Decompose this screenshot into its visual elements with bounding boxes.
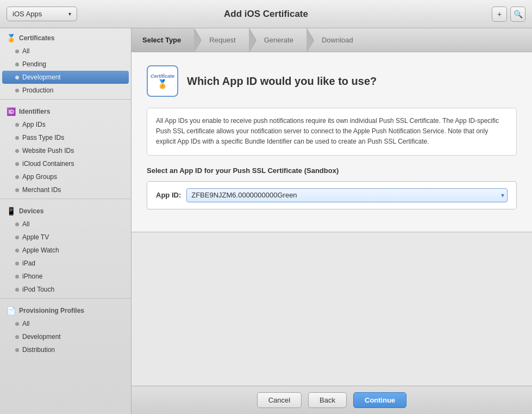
sidebar-item-pass-type-ids[interactable]: Pass Type IDs: [0, 131, 131, 144]
identifiers-icon: 🆔: [7, 107, 16, 116]
dot-icon: [15, 175, 19, 179]
dot-icon: [15, 89, 19, 92]
page-title: Add iOS Certificate: [224, 9, 308, 20]
sidebar-item-development-profiles[interactable]: Development: [0, 330, 131, 343]
sidebar-item-development[interactable]: Development: [2, 71, 129, 84]
sidebar-item-distribution-profiles[interactable]: Distribution: [0, 343, 131, 356]
sidebar-item-label: iPod Touch: [22, 286, 54, 293]
plus-icon: +: [497, 10, 502, 18]
sidebar-item-label: iCloud Containers: [22, 160, 74, 168]
sidebar-section-provisioning-label: Provisioning Profiles: [19, 307, 84, 314]
sidebar-item-label: Apple Watch: [22, 246, 59, 254]
sidebar-item-label: Production: [22, 86, 53, 94]
cert-icon-text: Certificate: [151, 73, 174, 79]
provisioning-icon: 📄: [7, 306, 16, 315]
step-arrow: [306, 28, 313, 52]
bottom-bar: Cancel Back Continue: [132, 386, 532, 414]
sidebar-item-all-profiles[interactable]: All: [0, 317, 131, 330]
cert-icon-badge: 🏅: [157, 79, 168, 89]
dot-icon: [15, 322, 19, 326]
sidebar-item-label: All: [22, 47, 29, 55]
sidebar-item-all-certificates[interactable]: All: [0, 45, 131, 58]
add-button[interactable]: +: [492, 7, 507, 22]
dot-icon: [15, 348, 19, 352]
title-bar: iOS Apps ▾ Add iOS Certificate + 🔍: [0, 0, 532, 28]
chevron-down-icon: ▾: [68, 11, 71, 17]
sidebar: 🏅 Certificates All Pending Development P…: [0, 28, 132, 414]
dot-icon: [15, 50, 19, 53]
app-id-select[interactable]: ZFBE9NJZM6.0000000000Green: [186, 188, 508, 202]
sidebar-item-label: Development: [22, 73, 61, 81]
wizard-step-label: Generate: [264, 36, 293, 44]
sidebar-section-certificates-label: Certificates: [19, 34, 54, 42]
sidebar-item-label: iPad: [22, 259, 35, 267]
sidebar-item-all-devices[interactable]: All: [0, 218, 131, 231]
wizard-step-label: Download: [322, 36, 353, 44]
sidebar-item-iphone[interactable]: iPhone: [0, 270, 131, 283]
page-heading: Which App ID would you like to use?: [187, 75, 377, 88]
content-area: Select Type Request Generate Download: [132, 28, 532, 414]
sidebar-item-label: All: [22, 220, 29, 228]
dot-icon: [15, 275, 19, 279]
sidebar-section-identifiers: 🆔 Identifiers: [0, 102, 131, 118]
step-arrow: [194, 28, 201, 52]
sidebar-item-icloud-containers[interactable]: iCloud Containers: [0, 157, 131, 170]
dot-icon: [15, 335, 19, 339]
sidebar-item-label: App Groups: [22, 173, 57, 181]
dot-icon: [15, 288, 19, 292]
dot-icon: [15, 262, 19, 265]
sidebar-item-label: Merchant IDs: [22, 186, 61, 194]
sidebar-section-devices-label: Devices: [19, 207, 43, 215]
sidebar-item-ipad[interactable]: iPad: [0, 257, 131, 270]
sidebar-item-ipod-touch[interactable]: iPod Touch: [0, 283, 131, 296]
sidebar-item-label: Development: [22, 333, 61, 341]
content-body: Certificate 🏅 Which App ID would you lik…: [132, 52, 532, 232]
sidebar-item-production[interactable]: Production: [0, 84, 131, 97]
certificate-icon: Certificate 🏅: [147, 65, 178, 97]
dot-icon: [15, 149, 19, 153]
sidebar-item-label: Website Push IDs: [22, 147, 74, 155]
dot-icon: [15, 188, 19, 192]
sidebar-item-website-push-ids[interactable]: Website Push IDs: [0, 144, 131, 157]
back-button[interactable]: Back: [308, 392, 347, 408]
dropdown-label: iOS Apps: [12, 10, 42, 18]
sidebar-section-provisioning: 📄 Provisioning Profiles: [0, 301, 131, 317]
sidebar-item-merchant-ids[interactable]: Merchant IDs: [0, 183, 131, 196]
app-id-row: App ID: ZFBE9NJZM6.0000000000Green ▾: [147, 181, 517, 209]
sidebar-item-apple-watch[interactable]: Apple Watch: [0, 244, 131, 257]
ios-apps-dropdown[interactable]: iOS Apps ▾: [7, 7, 77, 21]
sidebar-item-app-groups[interactable]: App Groups: [0, 170, 131, 183]
sidebar-item-label: Pass Type IDs: [22, 134, 64, 141]
sidebar-section-certificates: 🏅 Certificates: [0, 28, 131, 45]
wizard-step-select-type[interactable]: Select Type: [132, 28, 194, 52]
dot-icon: [15, 162, 19, 166]
dot-icon: [15, 76, 19, 79]
dot-icon: [15, 63, 19, 66]
info-box: All App IDs you enable to receive push n…: [147, 108, 517, 156]
sidebar-item-label: iPhone: [22, 273, 42, 280]
search-icon: 🔍: [514, 10, 523, 18]
dot-icon: [15, 236, 19, 239]
sidebar-item-pending[interactable]: Pending: [0, 58, 131, 71]
sidebar-section-identifiers-label: Identifiers: [19, 108, 50, 115]
cancel-button[interactable]: Cancel: [257, 392, 302, 408]
sidebar-item-label: App IDs: [22, 121, 46, 128]
sidebar-item-label: All: [22, 320, 29, 328]
app-id-field-label: App ID:: [156, 191, 181, 199]
dot-icon: [15, 123, 19, 127]
info-text: All App IDs you enable to receive push n…: [156, 117, 499, 145]
wizard-step-label: Request: [209, 36, 235, 44]
wizard-step-generate[interactable]: Generate: [249, 28, 306, 52]
dot-icon: [15, 249, 19, 252]
dot-icon: [15, 136, 19, 140]
select-label: Select an App ID for your Push SSL Certi…: [147, 166, 517, 175]
dot-icon: [15, 223, 19, 226]
sidebar-item-app-ids[interactable]: App IDs: [0, 118, 131, 131]
wizard-step-download[interactable]: Download: [306, 28, 366, 52]
sidebar-item-apple-tv[interactable]: Apple TV: [0, 231, 131, 244]
sidebar-divider-1: [0, 99, 131, 100]
page-header: Certificate 🏅 Which App ID would you lik…: [147, 65, 517, 97]
wizard-step-request[interactable]: Request: [194, 28, 248, 52]
continue-button[interactable]: Continue: [353, 392, 406, 408]
search-button[interactable]: 🔍: [510, 7, 525, 22]
